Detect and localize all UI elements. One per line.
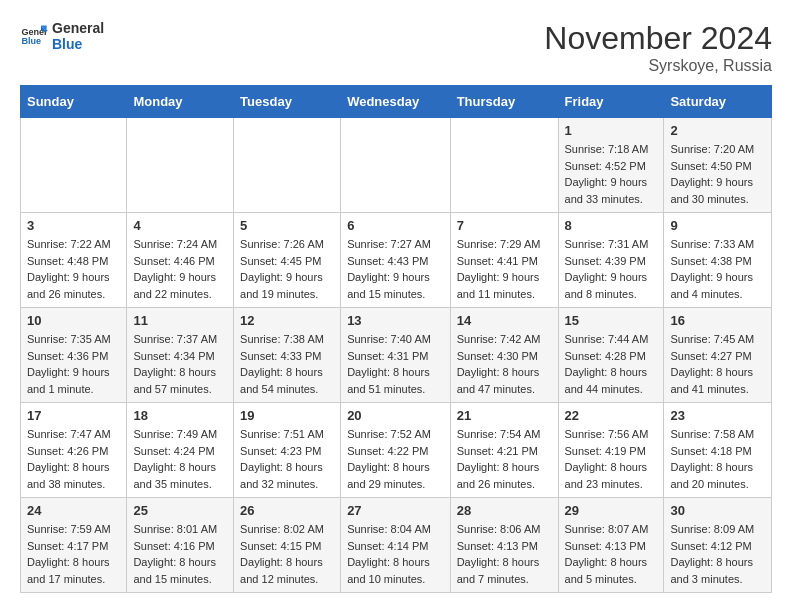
sunset-text: Sunset: 4:46 PM — [133, 255, 214, 267]
daylight-text: Daylight: 9 hours and 4 minutes. — [670, 271, 753, 300]
sunset-text: Sunset: 4:28 PM — [565, 350, 646, 362]
day-number: 7 — [457, 218, 552, 233]
logo: General Blue General Blue — [20, 20, 104, 52]
sunrise-text: Sunrise: 7:27 AM — [347, 238, 431, 250]
calendar-cell: 1Sunrise: 7:18 AMSunset: 4:52 PMDaylight… — [558, 118, 664, 213]
calendar-cell: 23Sunrise: 7:58 AMSunset: 4:18 PMDayligh… — [664, 403, 772, 498]
day-number: 28 — [457, 503, 552, 518]
sunset-text: Sunset: 4:15 PM — [240, 540, 321, 552]
calendar-cell — [450, 118, 558, 213]
sunrise-text: Sunrise: 7:24 AM — [133, 238, 217, 250]
sunset-text: Sunset: 4:41 PM — [457, 255, 538, 267]
sunset-text: Sunset: 4:30 PM — [457, 350, 538, 362]
day-info: Sunrise: 7:29 AMSunset: 4:41 PMDaylight:… — [457, 236, 552, 302]
daylight-text: Daylight: 9 hours and 30 minutes. — [670, 176, 753, 205]
sunset-text: Sunset: 4:26 PM — [27, 445, 108, 457]
day-info: Sunrise: 7:42 AMSunset: 4:30 PMDaylight:… — [457, 331, 552, 397]
calendar-cell: 3Sunrise: 7:22 AMSunset: 4:48 PMDaylight… — [21, 213, 127, 308]
daylight-text: Daylight: 9 hours and 22 minutes. — [133, 271, 216, 300]
daylight-text: Daylight: 8 hours and 20 minutes. — [670, 461, 753, 490]
daylight-text: Daylight: 8 hours and 7 minutes. — [457, 556, 540, 585]
day-number: 26 — [240, 503, 334, 518]
sunrise-text: Sunrise: 7:31 AM — [565, 238, 649, 250]
day-info: Sunrise: 7:54 AMSunset: 4:21 PMDaylight:… — [457, 426, 552, 492]
sunrise-text: Sunrise: 7:54 AM — [457, 428, 541, 440]
calendar-cell — [127, 118, 234, 213]
day-info: Sunrise: 7:52 AMSunset: 4:22 PMDaylight:… — [347, 426, 444, 492]
location-title: Syrskoye, Russia — [544, 57, 772, 75]
calendar-cell: 29Sunrise: 8:07 AMSunset: 4:13 PMDayligh… — [558, 498, 664, 593]
day-number: 1 — [565, 123, 658, 138]
sunset-text: Sunset: 4:38 PM — [670, 255, 751, 267]
day-number: 9 — [670, 218, 765, 233]
calendar-cell: 28Sunrise: 8:06 AMSunset: 4:13 PMDayligh… — [450, 498, 558, 593]
day-number: 8 — [565, 218, 658, 233]
day-info: Sunrise: 7:59 AMSunset: 4:17 PMDaylight:… — [27, 521, 120, 587]
daylight-text: Daylight: 8 hours and 29 minutes. — [347, 461, 430, 490]
calendar-cell: 4Sunrise: 7:24 AMSunset: 4:46 PMDaylight… — [127, 213, 234, 308]
daylight-text: Daylight: 9 hours and 1 minute. — [27, 366, 110, 395]
sunset-text: Sunset: 4:18 PM — [670, 445, 751, 457]
day-info: Sunrise: 7:56 AMSunset: 4:19 PMDaylight:… — [565, 426, 658, 492]
sunrise-text: Sunrise: 7:35 AM — [27, 333, 111, 345]
day-number: 17 — [27, 408, 120, 423]
day-number: 13 — [347, 313, 444, 328]
weekday-header-sunday: Sunday — [21, 86, 127, 118]
daylight-text: Daylight: 8 hours and 54 minutes. — [240, 366, 323, 395]
calendar-cell: 24Sunrise: 7:59 AMSunset: 4:17 PMDayligh… — [21, 498, 127, 593]
calendar-cell: 10Sunrise: 7:35 AMSunset: 4:36 PMDayligh… — [21, 308, 127, 403]
daylight-text: Daylight: 8 hours and 23 minutes. — [565, 461, 648, 490]
page-header: General Blue General Blue November 2024 … — [20, 20, 772, 75]
calendar-cell: 11Sunrise: 7:37 AMSunset: 4:34 PMDayligh… — [127, 308, 234, 403]
daylight-text: Daylight: 8 hours and 51 minutes. — [347, 366, 430, 395]
sunset-text: Sunset: 4:43 PM — [347, 255, 428, 267]
calendar-cell — [341, 118, 451, 213]
calendar-cell — [234, 118, 341, 213]
sunrise-text: Sunrise: 7:51 AM — [240, 428, 324, 440]
sunset-text: Sunset: 4:48 PM — [27, 255, 108, 267]
daylight-text: Daylight: 8 hours and 44 minutes. — [565, 366, 648, 395]
sunrise-text: Sunrise: 7:18 AM — [565, 143, 649, 155]
sunrise-text: Sunrise: 7:45 AM — [670, 333, 754, 345]
day-info: Sunrise: 7:40 AMSunset: 4:31 PMDaylight:… — [347, 331, 444, 397]
weekday-header-tuesday: Tuesday — [234, 86, 341, 118]
daylight-text: Daylight: 9 hours and 11 minutes. — [457, 271, 540, 300]
calendar-cell: 5Sunrise: 7:26 AMSunset: 4:45 PMDaylight… — [234, 213, 341, 308]
calendar-cell: 19Sunrise: 7:51 AMSunset: 4:23 PMDayligh… — [234, 403, 341, 498]
day-number: 23 — [670, 408, 765, 423]
day-number: 20 — [347, 408, 444, 423]
logo-blue-text: Blue — [52, 36, 104, 52]
day-info: Sunrise: 8:01 AMSunset: 4:16 PMDaylight:… — [133, 521, 227, 587]
sunrise-text: Sunrise: 8:04 AM — [347, 523, 431, 535]
daylight-text: Daylight: 8 hours and 57 minutes. — [133, 366, 216, 395]
day-info: Sunrise: 7:22 AMSunset: 4:48 PMDaylight:… — [27, 236, 120, 302]
calendar-week-row: 1Sunrise: 7:18 AMSunset: 4:52 PMDaylight… — [21, 118, 772, 213]
sunset-text: Sunset: 4:13 PM — [457, 540, 538, 552]
calendar-cell: 27Sunrise: 8:04 AMSunset: 4:14 PMDayligh… — [341, 498, 451, 593]
day-number: 14 — [457, 313, 552, 328]
day-info: Sunrise: 7:47 AMSunset: 4:26 PMDaylight:… — [27, 426, 120, 492]
calendar-cell: 21Sunrise: 7:54 AMSunset: 4:21 PMDayligh… — [450, 403, 558, 498]
day-number: 25 — [133, 503, 227, 518]
sunset-text: Sunset: 4:50 PM — [670, 160, 751, 172]
day-number: 10 — [27, 313, 120, 328]
day-info: Sunrise: 7:31 AMSunset: 4:39 PMDaylight:… — [565, 236, 658, 302]
calendar-cell: 17Sunrise: 7:47 AMSunset: 4:26 PMDayligh… — [21, 403, 127, 498]
daylight-text: Daylight: 9 hours and 33 minutes. — [565, 176, 648, 205]
sunset-text: Sunset: 4:16 PM — [133, 540, 214, 552]
calendar-week-row: 10Sunrise: 7:35 AMSunset: 4:36 PMDayligh… — [21, 308, 772, 403]
sunrise-text: Sunrise: 7:59 AM — [27, 523, 111, 535]
day-info: Sunrise: 7:44 AMSunset: 4:28 PMDaylight:… — [565, 331, 658, 397]
calendar-table: SundayMondayTuesdayWednesdayThursdayFrid… — [20, 85, 772, 593]
calendar-cell: 20Sunrise: 7:52 AMSunset: 4:22 PMDayligh… — [341, 403, 451, 498]
daylight-text: Daylight: 9 hours and 19 minutes. — [240, 271, 323, 300]
weekday-header-friday: Friday — [558, 86, 664, 118]
weekday-header-thursday: Thursday — [450, 86, 558, 118]
calendar-cell: 2Sunrise: 7:20 AMSunset: 4:50 PMDaylight… — [664, 118, 772, 213]
day-info: Sunrise: 7:27 AMSunset: 4:43 PMDaylight:… — [347, 236, 444, 302]
day-number: 18 — [133, 408, 227, 423]
calendar-cell: 22Sunrise: 7:56 AMSunset: 4:19 PMDayligh… — [558, 403, 664, 498]
sunset-text: Sunset: 4:24 PM — [133, 445, 214, 457]
sunrise-text: Sunrise: 7:33 AM — [670, 238, 754, 250]
day-number: 6 — [347, 218, 444, 233]
